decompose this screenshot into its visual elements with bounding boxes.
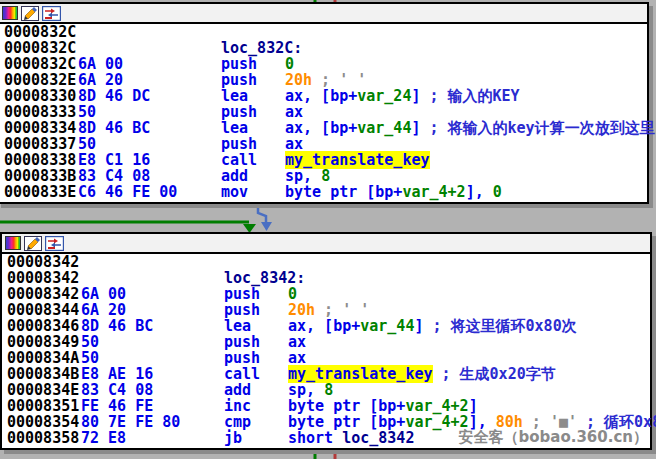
address: 00008349 bbox=[7, 334, 79, 350]
disasm-line[interactable]: 0000832C6A 00push0 bbox=[0, 56, 647, 72]
opcode-bytes: 6A 20 bbox=[78, 72, 123, 88]
address: 0000832C bbox=[4, 56, 76, 72]
operands: 0 bbox=[285, 56, 294, 72]
operands: 0 bbox=[288, 286, 297, 302]
address: 0000832C bbox=[4, 40, 76, 56]
watermark-text: 安全客（bobao.360.cn） bbox=[459, 428, 649, 447]
opcode-bytes: 80 7E FE 80 bbox=[81, 414, 180, 430]
operands: ax, [bp+var_44] ; 将输入的key计算一次放到这里 bbox=[285, 120, 655, 136]
label: loc_8342: bbox=[224, 270, 305, 286]
operands: ax bbox=[288, 334, 306, 350]
disasm-line[interactable]: 000083426A 00push0 bbox=[2, 286, 650, 302]
disasm-line[interactable]: 0000834E83 C4 08addsp, 8 bbox=[2, 382, 650, 398]
operands: ax, [bp+var_24] ; 输入的KEY bbox=[285, 88, 520, 104]
address: 00008344 bbox=[7, 302, 79, 318]
disasm-line[interactable]: 000083446A 20push20h ; ' ' bbox=[2, 302, 650, 318]
mnemonic: push bbox=[221, 72, 257, 88]
operands: 20h ; ' ' bbox=[288, 302, 369, 318]
mnemonic: lea bbox=[221, 88, 248, 104]
opcode-bytes: 6A 20 bbox=[81, 302, 126, 318]
mnemonic: call bbox=[224, 366, 260, 382]
mnemonic: call bbox=[221, 152, 257, 168]
basic-block-loc-8342[interactable]: 0000834200008342loc_8342:000083426A 00pu… bbox=[0, 232, 652, 450]
block-code-0: 0000832C0000832Cloc_832C:0000832C6A 00pu… bbox=[0, 24, 647, 200]
address: 00008358 bbox=[7, 430, 79, 446]
group-node-icon[interactable] bbox=[42, 6, 61, 21]
mnemonic: push bbox=[224, 286, 260, 302]
opcode-bytes: 50 bbox=[78, 136, 96, 152]
disasm-line[interactable]: 0000834A50pushax bbox=[2, 350, 650, 366]
mnemonic: push bbox=[221, 56, 257, 72]
disasm-line[interactable]: 0000834950pushax bbox=[2, 334, 650, 350]
operands: ax bbox=[285, 104, 303, 120]
opcode-bytes: 83 C4 08 bbox=[81, 382, 153, 398]
address: 00008354 bbox=[7, 414, 79, 430]
opcode-bytes: 8D 46 BC bbox=[81, 318, 153, 334]
address: 0000832E bbox=[4, 72, 76, 88]
disasm-line[interactable]: 0000834BE8 AE 16callmy_translate_key ; 生… bbox=[2, 366, 650, 382]
address: 0000834B bbox=[7, 366, 79, 382]
address: 00008342 bbox=[7, 254, 79, 270]
mnemonic: push bbox=[224, 350, 260, 366]
mnemonic: push bbox=[224, 334, 260, 350]
edit-comment-pencil-icon[interactable] bbox=[21, 6, 39, 21]
mnemonic: mov bbox=[221, 184, 248, 200]
opcode-bytes: 6A 00 bbox=[78, 56, 123, 72]
node-color-palette-icon[interactable] bbox=[5, 236, 21, 250]
address: 00008334 bbox=[4, 120, 76, 136]
address: 00008337 bbox=[4, 136, 76, 152]
mnemonic: inc bbox=[224, 398, 251, 414]
address: 00008342 bbox=[7, 286, 79, 302]
address: 00008351 bbox=[7, 398, 79, 414]
disasm-line[interactable]: 00008342 bbox=[2, 254, 650, 270]
address: 0000834E bbox=[7, 382, 79, 398]
operands: ax bbox=[285, 136, 303, 152]
group-node-icon[interactable] bbox=[45, 236, 64, 251]
opcode-bytes: 83 C4 08 bbox=[78, 168, 150, 184]
disasm-line[interactable]: 00008351FE 46 FEincbyte ptr [bp+var_4+2] bbox=[2, 398, 650, 414]
opcode-bytes: E8 C1 16 bbox=[78, 152, 150, 168]
operands: byte ptr [bp+var_4+2], 0 bbox=[285, 184, 502, 200]
node-color-palette-icon[interactable] bbox=[2, 6, 18, 20]
node-titlebar bbox=[2, 234, 650, 254]
disasm-line[interactable]: 00008342loc_8342: bbox=[2, 270, 650, 286]
disasm-line[interactable]: 0000833EC6 46 FE 00movbyte ptr [bp+var_4… bbox=[0, 184, 647, 200]
disasm-line[interactable]: 0000832Cloc_832C: bbox=[0, 40, 647, 56]
address: 00008342 bbox=[7, 270, 79, 286]
disasm-line[interactable]: 0000833B83 C4 08addsp, 8 bbox=[0, 168, 647, 184]
opcode-bytes: 50 bbox=[81, 334, 99, 350]
mnemonic: add bbox=[224, 382, 251, 398]
opcode-bytes: 6A 00 bbox=[81, 286, 126, 302]
disasm-line[interactable]: 000083348D 46 BCleaax, [bp+var_44] ; 将输入… bbox=[0, 120, 647, 136]
operands: sp, 8 bbox=[285, 168, 330, 184]
basic-block-loc-832C[interactable]: 0000832C0000832Cloc_832C:0000832C6A 00pu… bbox=[0, 2, 649, 204]
edit-comment-pencil-icon[interactable] bbox=[24, 236, 42, 251]
label: loc_832C: bbox=[221, 40, 302, 56]
opcode-bytes: C6 46 FE 00 bbox=[78, 184, 177, 200]
disasm-line[interactable]: 00008338E8 C1 16callmy_translate_key bbox=[0, 152, 647, 168]
mnemonic: add bbox=[221, 168, 248, 184]
address: 00008330 bbox=[4, 88, 76, 104]
operands: ax, [bp+var_44] ; 将这里循环0x80次 bbox=[288, 318, 577, 334]
opcode-bytes: 72 E8 bbox=[81, 430, 126, 446]
mnemonic: lea bbox=[224, 318, 251, 334]
mnemonic: cmp bbox=[224, 414, 251, 430]
address: 0000833B bbox=[4, 168, 76, 184]
operands: byte ptr [bp+var_4+2] bbox=[288, 398, 478, 414]
operands: my_translate_key ; 生成0x20字节 bbox=[288, 366, 556, 382]
opcode-bytes: 8D 46 BC bbox=[78, 120, 150, 136]
address: 0000832C bbox=[4, 24, 76, 40]
address: 0000834A bbox=[7, 350, 79, 366]
disasm-line[interactable]: 0000833750pushax bbox=[0, 136, 647, 152]
opcode-bytes: 50 bbox=[78, 104, 96, 120]
node-titlebar bbox=[0, 4, 647, 24]
disasm-line[interactable]: 0000832E6A 20push20h ; ' ' bbox=[0, 72, 647, 88]
disasm-line[interactable]: 0000833350pushax bbox=[0, 104, 647, 120]
opcode-bytes: 50 bbox=[81, 350, 99, 366]
disasm-line[interactable]: 0000832C bbox=[0, 24, 647, 40]
operands: 20h ; ' ' bbox=[285, 72, 366, 88]
disasm-line[interactable]: 000083468D 46 BCleaax, [bp+var_44] ; 将这里… bbox=[2, 318, 650, 334]
disasm-line[interactable]: 000083308D 46 DCleaax, [bp+var_24] ; 输入的… bbox=[0, 88, 647, 104]
operands: ax bbox=[288, 350, 306, 366]
address: 00008338 bbox=[4, 152, 76, 168]
